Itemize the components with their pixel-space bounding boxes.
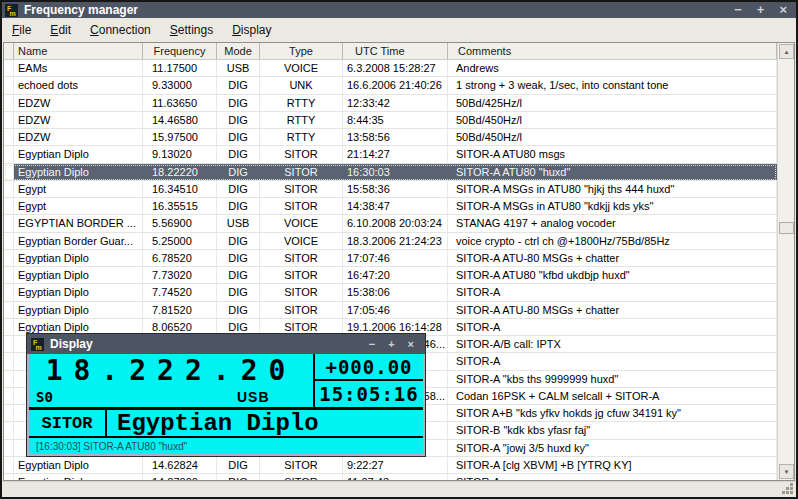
main-titlebar[interactable]: F m Frequency manager − + × — [2, 2, 796, 18]
resize-grip[interactable] — [781, 482, 794, 495]
table-row[interactable]: Egyptian Diplo7.81520DIGSITOR17:05:46SIT… — [4, 302, 777, 319]
station-name-readout: Egyptian Diplo — [107, 410, 319, 436]
cell-name: EDZW — [14, 95, 143, 111]
cell-type: SITOR — [260, 250, 343, 266]
column-header-comments[interactable]: Comments — [448, 43, 777, 59]
menu-file[interactable]: File — [3, 20, 40, 40]
cell-name: EDZW — [14, 129, 143, 145]
table-row[interactable]: Egypt16.35515DIGSITOR14:38:47SITOR-A MSG… — [4, 198, 777, 215]
cell-utc-time: 17:05:46 — [343, 302, 448, 318]
column-header-frequency[interactable]: Frequency — [143, 43, 217, 59]
scroll-up-button[interactable]: ▲ — [779, 44, 794, 59]
mode-readout: USB — [237, 389, 270, 405]
cell-name: Egyptian Diplo — [14, 146, 143, 162]
cell-utc-time: 6.10.2008 20:03:24 — [343, 215, 448, 231]
row-indicator — [4, 215, 14, 231]
close-button[interactable]: × — [779, 2, 787, 18]
table-row[interactable]: echoed dots9.33000DIGUNK16.6.2006 21:40:… — [4, 77, 777, 94]
table-row[interactable]: Egyptian Diplo6.78520DIGSITOR17:07:46SIT… — [4, 250, 777, 267]
table-row[interactable]: Egyptian Diplo7.74520DIGSITOR15:38:06SIT… — [4, 284, 777, 301]
cell-comments: 50Bd/450Hz/l — [448, 129, 777, 145]
cell-type: SITOR — [260, 146, 343, 162]
display-status-line: [16:30:03] SITOR-A ATU80 "huxd" — [29, 438, 423, 454]
cell-frequency: 5.25000 — [143, 233, 217, 249]
column-header-name[interactable]: Name — [14, 43, 143, 59]
table-row[interactable]: Egyptian Border Guar...5.25000DIGVOICE18… — [4, 233, 777, 250]
row-indicator — [4, 146, 14, 162]
row-indicator — [4, 457, 14, 473]
table-row[interactable]: Egyptian Diplo7.73020DIGSITOR16:47:20SIT… — [4, 267, 777, 284]
cell-frequency: 7.73020 — [143, 267, 217, 283]
cell-utc-time: 14:38:47 — [343, 198, 448, 214]
cell-frequency: 14.62824 — [143, 457, 217, 473]
maximize-button[interactable]: + — [757, 2, 765, 18]
table-row-selected[interactable]: Egyptian Diplo18.22220DIGSITOR16:30:03SI… — [4, 164, 777, 181]
cell-frequency: 14.46580 — [143, 112, 217, 128]
table-row[interactable]: EGYPTIAN BORDER ...5.56900USBVOICE6.10.2… — [4, 215, 777, 232]
cell-name: Egypt — [14, 198, 143, 214]
display-close-button[interactable]: × — [408, 338, 414, 350]
table-row[interactable]: EAMs11.17500USBVOICE6.3.2008 15:28:27And… — [4, 60, 777, 77]
cell-comments: SITOR-A ATU-80 MSGs + chatter — [448, 250, 777, 266]
table-row[interactable]: EDZW15.97500DIGRTTY13:58:5650Bd/450Hz/l — [4, 129, 777, 146]
cell-mode: USB — [217, 60, 260, 76]
menu-display[interactable]: Display — [223, 20, 280, 40]
row-indicator — [4, 371, 14, 387]
cell-mode: DIG — [217, 95, 260, 111]
cell-utc-time: 9:22:27 — [343, 457, 448, 473]
cell-frequency: 16.35515 — [143, 198, 217, 214]
minimize-button[interactable]: − — [734, 2, 742, 18]
table-row[interactable]: EDZW11.63650DIGRTTY12:33:4250Bd/425Hz/l — [4, 95, 777, 112]
cell-utc-time: 16:47:20 — [343, 267, 448, 283]
scroll-thumb[interactable] — [779, 222, 794, 234]
cell-utc-time: 13:58:56 — [343, 129, 448, 145]
cell-comments: SITOR-A ATU-80 MSGs + chatter — [448, 302, 777, 318]
table-row[interactable]: EDZW14.46580DIGRTTY8:44:3550Bd/450Hz/l — [4, 112, 777, 129]
cell-utc-time: 15:58:36 — [343, 181, 448, 197]
cell-type: SITOR — [260, 164, 343, 180]
cell-mode: DIG — [217, 474, 260, 480]
table-row[interactable]: Egyptian Diplo9.13020DIGSITOR21:14:27SIT… — [4, 146, 777, 163]
display-maximize-button[interactable]: + — [388, 338, 394, 350]
cell-comments: SITOR-A/B call: IPTX — [448, 336, 777, 352]
column-header-utc-time[interactable]: UTC Time — [343, 43, 448, 59]
cell-frequency: 9.33000 — [143, 77, 217, 93]
menu-settings[interactable]: Settings — [161, 20, 222, 40]
cell-mode: DIG — [217, 112, 260, 128]
cell-utc-time: 21:14:27 — [343, 146, 448, 162]
cell-frequency: 7.81520 — [143, 302, 217, 318]
table-row[interactable]: Egyptian Diplo14.62824DIGSITOR9:22:27SIT… — [4, 457, 777, 474]
smeter-value: S0 — [36, 389, 53, 405]
display-titlebar[interactable]: F m Display − + × — [27, 334, 425, 354]
vertical-scrollbar[interactable]: ▲ ▼ — [777, 43, 794, 480]
row-indicator — [4, 302, 14, 318]
cell-type: RTTY — [260, 129, 343, 145]
display-minimize-button[interactable]: − — [369, 338, 375, 350]
svg-text:m: m — [36, 344, 42, 351]
utc-clock: 15:05:16 — [315, 381, 423, 407]
cell-type: VOICE — [260, 215, 343, 231]
frequency-readout: 18.222.20 — [29, 354, 313, 389]
cell-name: EGYPTIAN BORDER ... — [14, 215, 143, 231]
table-row[interactable]: Egypt16.34510DIGSITOR15:58:36SITOR-A MSG… — [4, 181, 777, 198]
table-row[interactable]: Egyptian Diplo14.87000DIGSITOR11:07:43SI… — [4, 474, 777, 480]
column-header-mode[interactable]: Mode — [217, 43, 260, 59]
row-indicator — [4, 405, 14, 421]
cell-comments: SITOR-A ATU80 "kfbd ukdbjp huxd" — [448, 267, 777, 283]
menu-edit[interactable]: Edit — [41, 20, 80, 40]
offset-readout: +000.00 — [315, 354, 423, 381]
menu-connection[interactable]: Connection — [81, 20, 160, 40]
cell-comments: SITOR-A ATU80 msgs — [448, 146, 777, 162]
cell-mode: DIG — [217, 284, 260, 300]
cell-comments: 50Bd/450Hz/l — [448, 112, 777, 128]
cell-type: VOICE — [260, 60, 343, 76]
cell-type: SITOR — [260, 267, 343, 283]
scroll-down-button[interactable]: ▼ — [779, 464, 794, 479]
app-icon: F m — [31, 338, 44, 351]
cell-comments: SITOR-A — [448, 474, 777, 480]
cell-comments: SITOR-A [clg XBVM] +B [YTRQ KY] — [448, 457, 777, 473]
row-indicator — [4, 336, 14, 352]
row-indicator — [4, 77, 14, 93]
column-header-type[interactable]: Type — [260, 43, 343, 59]
cell-frequency: 18.22220 — [143, 164, 217, 180]
